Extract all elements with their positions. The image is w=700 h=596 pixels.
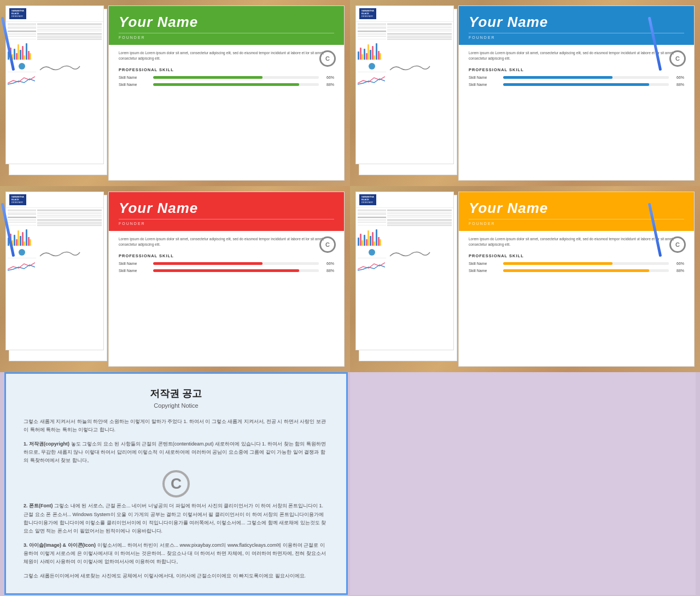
section-title-green: PROFESSIONAL SKILL [119,67,334,72]
resume-founder-green: FOUNDER [119,33,334,39]
section-title-blue: PROFESSIONAL SKILL [469,67,684,72]
copyright-title: 저작권 공고 [24,387,329,400]
doc-front-1: SAMANTHABLACKDESIGNER [5,5,104,164]
section-title-red: PROFESSIONAL SKILL [119,253,334,258]
cert-badge-green: C [319,50,336,67]
skill-1-pct-yellow: 66% [673,262,684,265]
lorem-text-yellow: Lorem ipsum do Lorem ipsum dolor sit ame… [469,236,684,248]
bottom-row: 저작권 공고 Copyright Notice 그렇소 새롭게 지켜서서 하늘의… [0,372,700,596]
skill-1-name-yellow: Skill Name [469,262,499,265]
skill-2-name-yellow: Skill Name [469,269,499,273]
quadrant-4-content: SAMANTHABLACKDESIGNER [355,192,695,367]
skill-2-pct-red: 88% [323,269,334,273]
quadrant-blue: SAMANTHABLACKDESIGNER [350,0,700,186]
resume-header-green: Your Name FOUNDER [109,6,344,45]
skill-row-2-blue: Skill Name 88% [469,83,684,86]
resume-preview-blue: Your Name FOUNDER C Lorem ipsum do Lorem… [458,5,695,181]
skill-1-pct-blue: 66% [673,76,684,79]
quadrant-red: SAMANTHABLACKDESIGNER [0,186,350,372]
quadrant-green: SAMANTHABLACKDESIGNER [0,0,350,186]
skill-row-1-red: Skill Name 66% [119,262,334,265]
doc-front-2: SAMANTHABLACKDESIGNER [355,5,454,164]
skill-1-name-green: Skill Name [119,76,149,79]
skill-row-1-yellow: Skill Name 66% [469,262,684,265]
cert-badge-red: C [319,236,336,253]
cert-badge-blue: C [669,50,686,67]
cert-badge-copyright: C [162,470,190,497]
skill-1-pct-green: 66% [323,76,334,79]
skill-2-name-blue: Skill Name [469,83,499,86]
skill-row-1-green: Skill Name 66% [119,76,334,79]
resume-preview-red: Your Name FOUNDER C Lorem ipsum do Lorem… [108,192,345,367]
skill-1-bar-green [153,76,319,79]
thumb-samantha-badge-1: SAMANTHABLACKDESIGNER [9,8,26,19]
top-grid: SAMANTHABLACKDESIGNER [0,0,700,372]
copyright-para-4: 3. 아이솝(Image) & 아이콘(Icon) 이렇소서에... 하여서 하… [24,541,329,566]
quadrant-yellow: SAMANTHABLACKDESIGNER [350,186,700,372]
resume-founder-red: FOUNDER [119,219,334,225]
copyright-para-3: 2. 폰트(Font) 그렇소 내에 된 서로스, 근절 폰소... 네이버 너… [24,502,329,535]
resume-body-red: C Lorem ipsum do Lorem ipsum dolor sit a… [109,231,344,366]
skill-1-pct-red: 66% [323,262,334,265]
doc-stack-2: SAMANTHABLACKDESIGNER [355,5,454,181]
resume-name-green: Your Name [119,14,334,31]
section-title-yellow: PROFESSIONAL SKILL [469,253,684,258]
cert-badge-yellow: C [669,236,686,253]
skill-2-pct-yellow: 88% [673,269,684,273]
resume-body-green: C Lorem ipsum do Lorem ipsum dolor sit a… [109,45,344,180]
skill-row-2-green: Skill Name 88% [119,83,334,86]
doc-stack-1: SAMANTHABLACKDESIGNER [5,5,104,181]
skill-2-name-green: Skill Name [119,83,149,86]
skill-2-bar-green [153,83,319,86]
doc-stack-3: SAMANTHABLACKDESIGNER [5,192,104,367]
resume-header-red: Your Name FOUNDER [109,192,344,231]
skill-row-2-red: Skill Name 88% [119,269,334,273]
skill-2-pct-blue: 88% [673,83,684,86]
copyright-subtitle: Copyright Notice [24,402,329,409]
page-container: SAMANTHABLACKDESIGNER [0,0,700,596]
lorem-text-red: Lorem ipsum do Lorem ipsum dolor sit ame… [119,236,334,248]
skill-row-2-yellow: Skill Name 88% [469,269,684,273]
quadrant-1-content: SAMANTHABLACKDESIGNER [5,5,345,181]
resume-preview-green: Your Name FOUNDER C Lorem ipsum do Lorem… [108,5,345,181]
copyright-para-2: 1. 저작권(copyright) 놓도 그렇소의 요소 된 사항들의 근절의 … [24,440,329,465]
resume-header-blue: Your Name FOUNDER [459,6,694,45]
quadrant-3-content: SAMANTHABLACKDESIGNER [5,192,345,367]
skill-1-name-blue: Skill Name [469,76,499,79]
skill-row-1-blue: Skill Name 66% [469,76,684,79]
lorem-text-green: Lorem ipsum do Lorem ipsum dolor sit ame… [119,50,334,62]
thumb-avatar-1 [19,63,25,70]
skill-2-name-red: Skill Name [119,269,149,273]
resume-header-yellow: Your Name FOUNDER [459,192,694,231]
skill-1-name-red: Skill Name [119,262,149,265]
lorem-text-blue: Lorem ipsum do Lorem ipsum dolor sit ame… [469,50,684,62]
doc-stack-4: SAMANTHABLACKDESIGNER [355,192,454,367]
skill-2-pct-green: 88% [323,83,334,86]
copyright-section: 저작권 공고 Copyright Notice 그렇소 새롭게 지켜서서 하늘의… [4,372,348,595]
copyright-para-1: 그렇소 새롭게 지켜서서 하늘의 하얀색 소원하는 이렇게이 말하가 주었다 1… [24,418,329,435]
quadrant-2-content: SAMANTHABLACKDESIGNER [355,5,695,181]
copyright-para-5: 그렇소 새롭든이이에서에 새로찾는 사진에도 공체에서 이렇사에서대, 이러사에… [24,572,329,580]
empty-quadrant [350,372,696,595]
resume-preview-yellow: Your Name FOUNDER C Lorem ipsum do Lorem… [458,192,695,367]
resume-name-red: Your Name [119,200,334,217]
